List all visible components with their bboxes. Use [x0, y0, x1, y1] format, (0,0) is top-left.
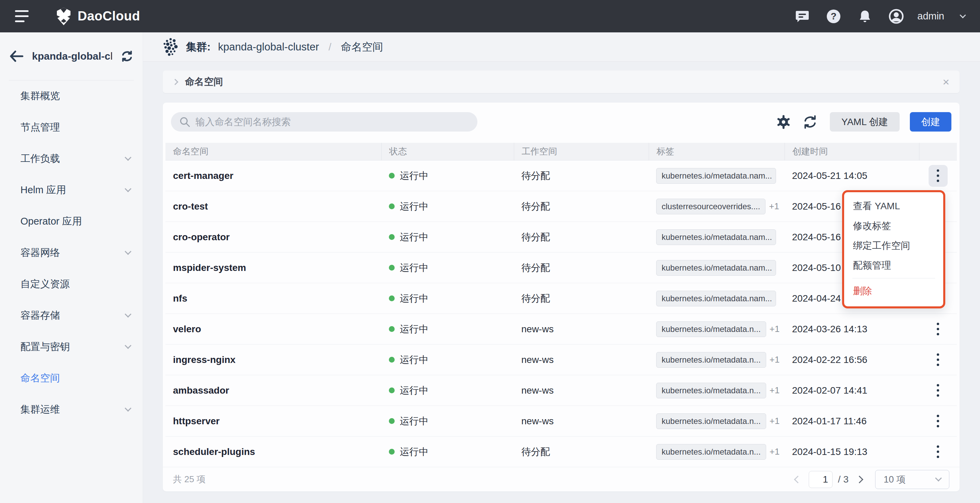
namespace-name[interactable]: nfs	[173, 293, 187, 304]
status-text: 运行中	[400, 169, 428, 182]
refresh-icon[interactable]	[802, 114, 818, 130]
workspace-text: 待分配	[521, 169, 550, 182]
search-input[interactable]	[196, 117, 474, 128]
page-number-input[interactable]	[809, 471, 832, 488]
created-time: 2024-04-24	[792, 293, 841, 304]
top-bar: DaoCloud ? admin	[0, 0, 980, 32]
next-page-icon[interactable]	[856, 476, 864, 483]
namespace-name[interactable]: cro-operator	[173, 232, 229, 243]
workspace-text: 待分配	[521, 261, 550, 274]
label-overflow-count: +1	[770, 324, 780, 334]
label-chip: kubernetes.io/metadata.nam...	[656, 291, 776, 307]
column-header-namespace: 命名空间	[165, 143, 381, 160]
switch-cluster-icon[interactable]	[120, 50, 134, 62]
context-menu-item[interactable]: 配额管理	[844, 255, 943, 275]
context-menu-item[interactable]: 查看 YAML	[844, 196, 943, 216]
namespace-table: 命名空间 状态 工作空间 标签 创建时间 cert-manager 运行中 待分…	[163, 143, 959, 467]
created-time: 2024-02-22 16:56	[792, 354, 867, 365]
label-chip: kubernetes.io/metadata.n...	[656, 321, 766, 337]
settings-gear-icon[interactable]	[775, 114, 792, 130]
row-actions-kebab-icon[interactable]	[929, 165, 948, 187]
close-icon[interactable]: ×	[943, 76, 949, 88]
workspace-text: new-ws	[521, 416, 554, 427]
column-header-actions	[919, 143, 957, 160]
namespace-table-card: YAML 创建 创建 命名空间 状态 工作空间 标签 创建时间 cert-man…	[163, 102, 959, 492]
namespace-name[interactable]: httpserver	[173, 416, 220, 427]
context-menu-delete-item[interactable]: 删除	[844, 281, 943, 301]
collapse-chevron-icon[interactable]	[172, 79, 178, 85]
sidebar-item[interactable]: 自定义资源	[0, 268, 143, 300]
created-time: 2024-01-17 11:46	[792, 416, 867, 427]
username[interactable]: admin	[917, 11, 944, 22]
sidebar-item[interactable]: 集群运维	[0, 394, 143, 425]
yaml-create-button[interactable]: YAML 创建	[830, 112, 900, 131]
sidebar-item-label: 命名空间	[21, 372, 130, 385]
sidebar-item[interactable]: 容器网络	[0, 237, 143, 268]
notification-bell-icon[interactable]	[858, 9, 872, 24]
user-menu-chevron-icon[interactable]	[959, 12, 966, 18]
daocloud-logo-icon	[55, 7, 72, 26]
sidebar-item[interactable]: 容器存储	[0, 300, 143, 331]
sidebar-item-label: 集群概览	[21, 89, 130, 103]
prev-page-icon[interactable]	[794, 476, 802, 483]
sidebar-item[interactable]: 工作负载	[0, 143, 143, 174]
row-actions-kebab-icon[interactable]	[929, 349, 948, 371]
status-text: 运行中	[400, 231, 428, 244]
namespace-name[interactable]: cro-test	[173, 201, 208, 212]
table-row: velero 运行中 new-ws kubernetes.io/metadata…	[165, 313, 957, 344]
row-actions-kebab-icon[interactable]	[929, 318, 948, 340]
context-menu-item[interactable]: 绑定工作空间	[844, 236, 943, 255]
context-menu-item[interactable]: 修改标签	[844, 216, 943, 236]
table-row: mspider-system 运行中 待分配 kubernetes.io/met…	[165, 252, 957, 283]
brand[interactable]: DaoCloud	[55, 7, 140, 26]
status-dot-icon	[389, 203, 395, 209]
row-actions-kebab-icon[interactable]	[929, 380, 948, 401]
status-text: 运行中	[400, 353, 428, 366]
sidebar-item[interactable]: 配置与密钥	[0, 331, 143, 362]
row-actions-kebab-icon[interactable]	[929, 441, 948, 463]
workspace-text: 待分配	[521, 231, 550, 244]
status-dot-icon	[389, 449, 395, 455]
chevron-down-icon	[125, 311, 131, 318]
breadcrumb-current: 命名空间	[341, 40, 383, 54]
namespace-name[interactable]: ambassador	[173, 385, 229, 396]
status-dot-icon	[389, 418, 395, 424]
total-count: 共 25 项	[173, 473, 205, 485]
status-dot-icon	[389, 326, 395, 332]
namespace-name[interactable]: mspider-system	[173, 262, 246, 273]
chevron-down-icon	[935, 475, 942, 482]
status-dot-icon	[389, 234, 395, 240]
back-arrow-icon[interactable]	[10, 50, 24, 62]
label-chip: kubernetes.io/metadata.nam...	[656, 229, 776, 245]
namespace-name[interactable]: velero	[173, 324, 201, 335]
created-time: 2024-05-10	[792, 262, 841, 273]
workspace-text: 待分配	[521, 200, 550, 213]
table-header-row: 命名空间 状态 工作空间 标签 创建时间	[165, 143, 957, 160]
namespace-name[interactable]: ingress-nginx	[173, 354, 235, 365]
namespace-name[interactable]: scheduler-plugins	[173, 446, 255, 457]
row-actions-kebab-icon[interactable]	[929, 410, 948, 432]
status-text: 运行中	[400, 446, 428, 458]
sidebar-item[interactable]: 命名空间	[0, 362, 143, 394]
status-dot-icon	[389, 173, 395, 179]
sidebar-item[interactable]: 集群概览	[0, 80, 143, 112]
column-header-labels: 标签	[649, 143, 784, 160]
chevron-down-icon	[125, 405, 131, 412]
message-icon[interactable]	[795, 9, 810, 24]
table-row: cert-manager 运行中 待分配 kubernetes.io/metad…	[165, 160, 957, 191]
sidebar-item[interactable]: Operator 应用	[0, 206, 143, 237]
avatar[interactable]	[889, 9, 904, 24]
page-size-select[interactable]: 10 项	[875, 470, 949, 489]
label-chip: kubernetes.io/metadata.nam...	[656, 260, 776, 276]
brand-name: DaoCloud	[78, 9, 140, 24]
namespace-name[interactable]: cert-manager	[173, 170, 233, 181]
column-header-status: 状态	[381, 143, 514, 160]
label-overflow-count: +1	[770, 354, 780, 365]
help-icon[interactable]: ?	[826, 9, 841, 24]
sidebar-item[interactable]: Helm 应用	[0, 174, 143, 206]
menu-toggle-icon[interactable]	[15, 8, 34, 24]
create-button[interactable]: 创建	[910, 112, 951, 131]
breadcrumb-separator: /	[329, 41, 331, 53]
sidebar-item[interactable]: 节点管理	[0, 112, 143, 143]
search-box	[171, 112, 477, 131]
